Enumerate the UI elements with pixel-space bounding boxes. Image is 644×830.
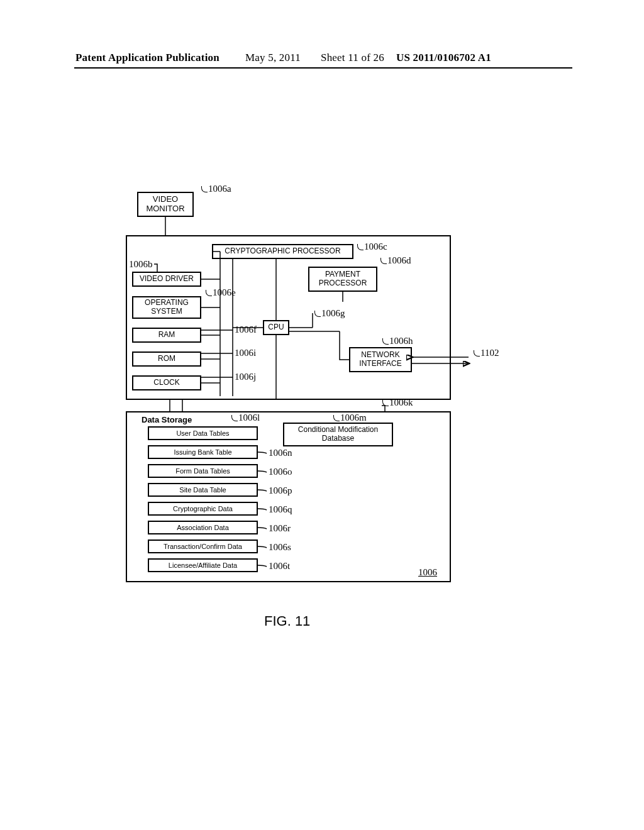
header-rule	[74, 67, 572, 69]
ref-1102: 1102	[474, 348, 499, 358]
ref-1006a: 1006a	[201, 184, 231, 194]
ref-1006g: 1006g	[314, 308, 345, 319]
ref-1006e: 1006e	[206, 287, 236, 298]
issuing-bank-table-box: Issuing Bank Table	[148, 445, 258, 459]
ref-1006l: 1006l	[231, 412, 260, 423]
cpu-box: CPU	[263, 320, 289, 335]
payment-processor-box: PAYMENT PROCESSOR	[308, 267, 377, 292]
video-driver-box: VIDEO DRIVER	[132, 272, 201, 287]
cond-mod-db-box: Conditional Modification Database	[283, 423, 393, 446]
ref-1006f: 1006f	[235, 324, 257, 335]
ref-1006h: 1006h	[382, 336, 413, 346]
ref-1006r: 1006r	[269, 523, 291, 534]
licensee-data-box: Licensee/Affiliate Data	[148, 558, 258, 572]
ref-1006: 1006	[418, 567, 437, 578]
site-data-table-box: Site Data Table	[148, 483, 258, 497]
header-date: May 5, 2011	[245, 52, 301, 64]
ref-1006t: 1006t	[269, 561, 290, 572]
ref-1006m: 1006m	[333, 412, 367, 423]
association-data-box: Association Data	[148, 521, 258, 534]
ref-1006j: 1006j	[235, 372, 256, 382]
header-left: Patent Application Publication	[75, 52, 219, 64]
crypto-data-box: Cryptographic Data	[148, 502, 258, 516]
ref-1006s: 1006s	[269, 542, 291, 553]
ref-1006o: 1006o	[269, 467, 292, 477]
form-data-tables-box: Form Data Tables	[148, 464, 258, 478]
figure-caption: FIG. 11	[264, 613, 310, 629]
ref-1006c: 1006c	[357, 241, 387, 252]
ref-1006i: 1006i	[235, 348, 256, 358]
crypto-processor-box: CRYPTOGRAPHIC PROCESSOR	[212, 244, 353, 259]
ref-1006d: 1006d	[380, 255, 411, 266]
user-data-tables-box: User Data Tables	[148, 426, 258, 440]
header-right: US 2011/0106702 A1	[396, 52, 491, 64]
rom-box: ROM	[132, 351, 201, 367]
video-monitor-box: VIDEO MONITOR	[137, 192, 194, 217]
ram-box: RAM	[132, 328, 201, 343]
ref-1006q: 1006q	[269, 504, 292, 515]
ref-1006n: 1006n	[269, 448, 292, 458]
os-box: OPERATING SYSTEM	[132, 296, 201, 319]
network-interface-box: NETWORK INTERFACE	[349, 347, 412, 372]
data-storage-title: Data Storage	[142, 415, 192, 424]
ref-1006k: 1006k	[382, 397, 413, 408]
diagram-stage: Patent Application Publication May 5, 20…	[0, 0, 644, 830]
header-sheet: Sheet 11 of 26	[321, 52, 384, 64]
ref-1006p: 1006p	[269, 485, 292, 496]
clock-box: CLOCK	[132, 375, 201, 390]
transaction-data-box: Transaction/Confirm Data	[148, 540, 258, 553]
ref-1006b: 1006b	[129, 259, 153, 270]
